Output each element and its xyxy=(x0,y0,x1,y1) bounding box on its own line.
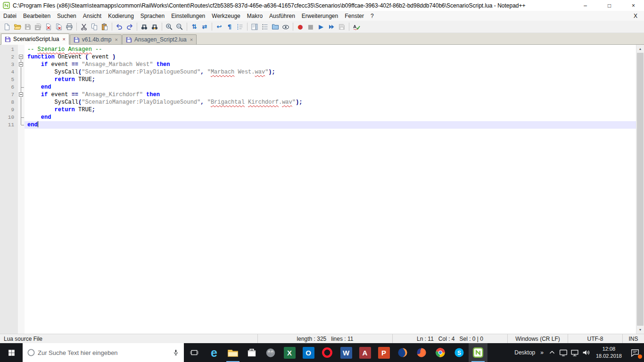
code-line-10[interactable]: 10 end xyxy=(0,114,636,121)
code-text[interactable]: return TRUE; xyxy=(25,76,636,83)
line-number[interactable]: 2 xyxy=(0,53,18,61)
code-line-9[interactable]: 9 return TRUE; xyxy=(0,106,636,114)
notepadpp-app-icon[interactable] xyxy=(3,2,10,9)
scrollbar-thumb[interactable] xyxy=(637,53,644,326)
run-macro-multiple-icon[interactable] xyxy=(326,22,337,32)
tray-expand-icon[interactable] xyxy=(546,343,558,362)
zoom-out-icon[interactable] xyxy=(174,22,185,32)
menu-ansicht[interactable]: Ansicht xyxy=(80,11,105,21)
line-number[interactable]: 11 xyxy=(0,121,18,129)
access-icon[interactable]: A xyxy=(355,343,374,362)
line-number[interactable]: 5 xyxy=(0,76,18,83)
sync-horizontal-icon[interactable]: ⇄ xyxy=(199,22,210,32)
folder-as-workspace-icon[interactable] xyxy=(270,22,281,32)
notepad-plus-plus-icon[interactable] xyxy=(469,343,487,362)
code-line-7[interactable]: 7 if event == "Ansage_Kirchdorf" then xyxy=(0,91,636,99)
zoom-in-icon[interactable] xyxy=(164,22,174,32)
taskbar-clock[interactable]: 12:08 18.02.2018 xyxy=(592,346,626,360)
code-text[interactable]: SysCall("ScenarioManager:PlayDialogueSou… xyxy=(25,68,636,76)
microsoft-edge-icon[interactable]: e xyxy=(205,343,223,362)
word-wrap-icon[interactable]: ↩ xyxy=(214,22,224,32)
function-list-icon[interactable] xyxy=(260,22,270,32)
monitoring-icon[interactable] xyxy=(281,22,291,32)
find-icon[interactable] xyxy=(139,22,149,32)
microphone-icon[interactable] xyxy=(172,348,180,357)
play-macro-icon[interactable]: ▶ xyxy=(316,22,326,32)
tab-close-icon[interactable]: × xyxy=(115,37,118,42)
code-text[interactable]: end xyxy=(25,83,636,91)
status-eol-format[interactable]: Windows (CR LF) xyxy=(507,334,568,343)
code-line-11[interactable]: 11end xyxy=(0,121,636,129)
microsoft-store-icon[interactable] xyxy=(242,343,261,362)
code-line-8[interactable]: 8 SysCall("ScenarioManager:PlayDialogueS… xyxy=(0,99,636,106)
code-text[interactable]: return TRUE; xyxy=(25,106,636,114)
code-area[interactable]: 1-- Szenario Ansagen --2function OnEvent… xyxy=(0,46,636,334)
line-number[interactable]: 9 xyxy=(0,106,18,114)
file-explorer-icon[interactable] xyxy=(223,343,242,362)
menu-help[interactable]: ? xyxy=(367,11,377,21)
code-line-4[interactable]: 4 SysCall("ScenarioManager:PlayDialogueS… xyxy=(0,68,636,76)
line-number[interactable]: 7 xyxy=(0,91,18,99)
code-line-3[interactable]: 3 if event == "Ansage_Marbach West" then xyxy=(0,61,636,68)
menu-makro[interactable]: Makro xyxy=(244,11,266,21)
indent-guide-icon[interactable] xyxy=(235,22,245,32)
line-number[interactable]: 1 xyxy=(0,46,18,53)
excel-icon[interactable]: X xyxy=(280,343,299,362)
word-icon[interactable]: W xyxy=(337,343,355,362)
tab-close-icon[interactable]: × xyxy=(190,37,193,42)
start-button[interactable] xyxy=(0,343,23,362)
gimp-icon[interactable] xyxy=(261,343,280,362)
open-icon[interactable] xyxy=(12,22,23,32)
toolbar-overflow-chevron[interactable]: » xyxy=(537,349,546,356)
menu-bearbeiten[interactable]: Bearbeiten xyxy=(20,11,54,21)
chrome-icon[interactable] xyxy=(431,343,450,362)
code-text[interactable]: if event == "Ansage_Marbach West" then xyxy=(25,61,636,68)
opera-icon[interactable] xyxy=(318,343,337,362)
powerpoint-icon[interactable]: P xyxy=(374,343,393,362)
status-encoding[interactable]: UTF-8 xyxy=(568,334,622,343)
task-view-button[interactable] xyxy=(184,343,205,362)
vertical-scrollbar[interactable]: ▲ ▼ xyxy=(636,45,644,334)
undo-icon[interactable] xyxy=(114,22,124,32)
close-all-icon[interactable] xyxy=(54,22,64,32)
status-insert-mode[interactable]: INS xyxy=(622,334,644,343)
tab-scenarioscript-lua[interactable]: ScenarioScript.lua× xyxy=(1,33,69,45)
maximize-button[interactable]: □ xyxy=(599,0,620,11)
document-map-icon[interactable] xyxy=(249,22,260,32)
code-text[interactable]: if event == "Ansage_Kirchdorf" then xyxy=(25,91,636,99)
tab-close-icon[interactable]: × xyxy=(62,36,65,42)
outlook-icon[interactable]: O xyxy=(299,343,318,362)
tab-ansagen-script2-lua[interactable]: Ansagen_Script2.lua× xyxy=(122,34,197,44)
replace-icon[interactable] xyxy=(149,22,160,32)
menu-werkzeuge[interactable]: Werkzeuge xyxy=(208,11,243,21)
code-text[interactable]: SysCall("ScenarioManager:PlayDialogueSou… xyxy=(25,99,636,106)
fold-collapse-icon[interactable] xyxy=(18,91,25,99)
menu-ausf-hren[interactable]: Ausführen xyxy=(266,11,298,21)
copy-icon[interactable] xyxy=(89,22,99,32)
line-number[interactable]: 3 xyxy=(0,61,18,68)
search-box[interactable] xyxy=(23,343,184,362)
code-text[interactable]: end xyxy=(25,114,636,121)
editor-area[interactable]: 1-- Szenario Ansagen --2function OnEvent… xyxy=(0,45,644,334)
menubar-close-button[interactable]: X xyxy=(627,13,644,19)
print-icon[interactable] xyxy=(64,22,74,32)
network-icon[interactable] xyxy=(569,343,580,362)
line-number[interactable]: 10 xyxy=(0,114,18,121)
minimize-button[interactable]: – xyxy=(575,0,596,11)
volume-icon[interactable] xyxy=(580,343,592,362)
redo-icon[interactable] xyxy=(124,22,135,32)
fold-collapse-icon[interactable] xyxy=(18,61,25,68)
code-text[interactable]: -- Szenario Ansagen -- xyxy=(25,46,636,53)
line-number[interactable]: 6 xyxy=(0,83,18,91)
paste-icon[interactable] xyxy=(99,22,110,32)
code-line-6[interactable]: 6 end xyxy=(0,83,636,91)
firefox-icon[interactable] xyxy=(412,343,431,362)
action-center-button[interactable] xyxy=(626,343,644,362)
code-text[interactable]: function OnEvent ( event ) xyxy=(25,53,636,61)
sync-vertical-icon[interactable]: ⇅ xyxy=(189,22,199,32)
search-input[interactable] xyxy=(38,349,170,356)
code-line-1[interactable]: 1-- Szenario Ansagen -- xyxy=(0,46,636,53)
cut-icon[interactable] xyxy=(79,22,89,32)
new-file-icon[interactable] xyxy=(2,22,12,32)
tab-v61-4b-dmp[interactable]: v61.4b.dmp× xyxy=(70,34,122,44)
